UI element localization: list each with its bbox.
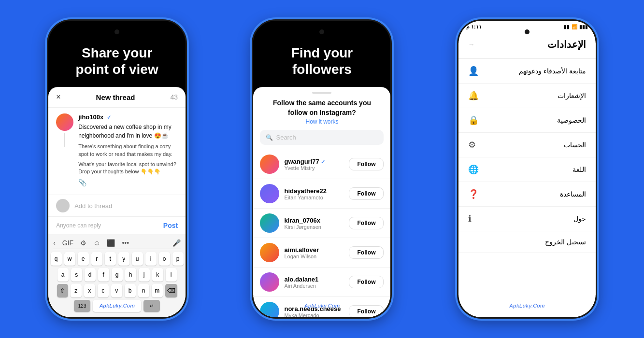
settings-item-privacy[interactable]: الخصوصية 🔒 [458,108,596,133]
settings-label-logout: تسجيل الخروج [545,238,586,246]
key-g[interactable]: g [112,268,123,282]
key-x[interactable]: x [84,284,95,297]
thread-post: jiho100x ✓ Discovered a new coffee shop … [48,108,186,195]
key-o[interactable]: o [159,252,170,266]
follow-item-4: aimi.allover Logan Wilson Follow [253,238,390,268]
reply-avatar [56,199,70,212]
follow-item-3: kiran_0706x Kirsi Jørgensen Follow [253,209,390,238]
signal-icon: ▮▮▮ [579,24,588,29]
kb-back-icon[interactable]: ‹ [53,239,56,247]
settings-header-item: الإعدادات → [458,34,596,59]
follow-btn-3[interactable]: Follow [349,217,384,229]
settings-label-account: الحساب [564,141,586,149]
key-123[interactable]: 123 [74,300,90,312]
kb-more-icon[interactable]: ••• [122,239,129,247]
key-backspace[interactable]: ⌫ [165,284,177,297]
follow-btn-5[interactable]: Follow [349,276,384,288]
status-time: ١:١١ م [466,24,482,30]
avatar [56,113,73,131]
key-i[interactable]: i [145,252,157,266]
key-m[interactable]: m [152,284,163,297]
thread-title: New thread [96,93,135,101]
keyboard-row-1: q w e r t y u i o p [53,252,181,266]
watermark-1: ApkLuky.Com [99,303,135,309]
settings-item-account-left: الحساب [564,141,586,149]
settings-item-help[interactable]: المساعدة ❓ [458,182,596,207]
follow-username-3: kiran_0706x [284,217,344,224]
key-z[interactable]: z [71,284,82,297]
key-u[interactable]: u [132,252,143,266]
screen-2: Find your followers Follow the same acco… [253,21,390,317]
kb-gif-icon[interactable]: GIF [62,239,73,247]
key-p[interactable]: p [172,252,184,266]
key-r[interactable]: r [91,252,102,266]
key-w[interactable]: w [64,252,75,266]
key-c[interactable]: c [98,284,109,297]
key-s[interactable]: s [71,268,82,282]
settings-item-follow[interactable]: متابعة الأصدقاء ودعوتهم 👤 [458,59,596,84]
key-h[interactable]: h [125,268,136,282]
user-info: jiho100x ✓ Discovered a new coffee shop … [78,113,178,186]
key-return[interactable]: ↵ [143,300,160,312]
follow-btn-2[interactable]: Follow [349,187,384,200]
follow-username-1: gwangurl77 ✓ [284,158,344,165]
anyone-can-reply: Anyone can reply [56,222,101,229]
key-e[interactable]: e [78,252,89,266]
settings-item-logout[interactable]: تسجيل الخروج [458,231,596,253]
settings-item-about[interactable]: حول ℹ [458,207,596,231]
phone-notch-1 [93,27,141,37]
follow-btn-6[interactable]: Follow [349,305,384,317]
settings-label-notif: الإشعارات [558,92,586,99]
settings-item-privacy-left: الخصوصية [557,116,586,124]
thread-count: 43 [171,93,178,101]
settings-item-language[interactable]: اللغة 🌐 [458,157,596,182]
post-button[interactable]: Post [163,222,178,229]
follow-realname-3: Kirsi Jørgensen [284,224,344,230]
username: jiho100x ✓ [78,113,178,121]
kb-mic-icon[interactable]: 🎤 [172,239,181,247]
settings-label-privacy: الخصوصية [557,116,586,124]
follow-realname-6: Myka Mercado [284,312,344,317]
key-t[interactable]: t [105,252,116,266]
follow-avatar-5 [260,272,279,292]
key-f[interactable]: f [98,268,109,282]
follow-realname-4: Logan Wilson [284,254,344,259]
key-v[interactable]: v [111,284,122,297]
phone1-headline: Share your point of view [58,45,176,77]
thread-topbar: × New thread 43 [48,87,186,108]
key-q[interactable]: q [51,252,62,266]
follow-user-info-3: kiran_0706x Kirsi Jørgensen [284,217,344,230]
key-y[interactable]: y [118,252,129,266]
keyboard-row-3: ⇧ z x c v b n m ⌫ [53,284,181,297]
post-text-line1: Discovered a new coffee shop in my neigh… [78,123,178,140]
kb-settings-icon[interactable]: ⚙ [80,239,86,247]
key-k[interactable]: k [152,268,163,282]
settings-label-help: المساعدة [560,190,586,198]
key-n[interactable]: n [138,284,149,297]
follow-btn-1[interactable]: Follow [349,158,384,170]
add-to-thread-bar[interactable]: Add to thread [48,195,186,216]
settings-item-account[interactable]: الحساب ⚙ [458,133,596,157]
key-d[interactable]: d [85,268,96,282]
search-placeholder: Search [276,134,296,141]
follow-realname-5: Airi Andersen [284,283,344,289]
settings-item-notifications[interactable]: الإشعارات 🔔 [458,84,596,108]
thread-close-btn[interactable]: × [56,93,60,101]
search-bar[interactable]: 🔍 Search [260,130,384,145]
phone-notch-2 [298,27,346,37]
about-icon: ℹ [468,213,472,224]
how-it-works-link[interactable]: How it works [253,118,390,130]
key-l[interactable]: l [166,268,177,282]
kb-emoji-icon[interactable]: ☺ [93,239,100,247]
settings-label-follow: متابعة الأصدقاء ودعوتهم [519,67,586,75]
key-shift[interactable]: ⇧ [57,284,68,297]
help-icon: ❓ [468,189,479,199]
key-a[interactable]: a [57,268,69,282]
kb-sticker-icon[interactable]: ⬛ [107,239,115,247]
key-b[interactable]: b [125,284,136,297]
key-j[interactable]: j [139,268,150,282]
follow-btn-4[interactable]: Follow [349,246,384,259]
follow-title: Follow the same accounts you follow on I… [253,99,390,118]
follow-avatar-3 [260,213,279,233]
settings-header-arrow: → [468,41,475,48]
